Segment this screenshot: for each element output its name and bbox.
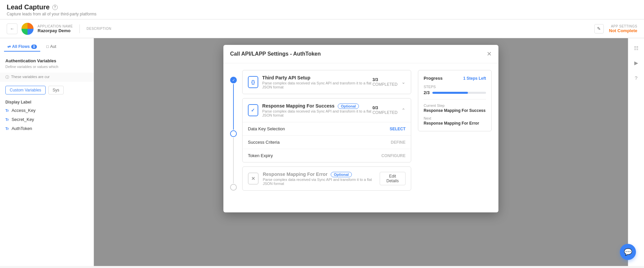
sub-step-data-key: Data Key Selection SELECT [243,122,411,136]
variable-name-auth-token: AuthToken [11,126,32,131]
sidebar-tabs: ⇌ All Flows 0 □ Aut [0,42,94,52]
app-settings: APP SETTINGS Not Complete [609,24,638,33]
app-bar: ← APPLICATION NAME Razorpay Demo DESCRIP… [0,19,644,38]
progress-bar-fill [432,92,468,94]
variable-row-auth-token[interactable]: Tr AuthToken [0,124,94,133]
variable-row-access-key[interactable]: Tr Access_Key [0,106,94,115]
step-card-1: {} Third Party API Setup Parse complex d… [242,70,411,94]
steps-left: 1 Steps Left [463,76,486,81]
progress-header: Progress 1 Steps Left [424,76,486,81]
sub-step-token-expiry: Token Expiry CONFIGURE [243,149,411,162]
step-1-left: {} Third Party API Setup Parse complex d… [248,75,372,89]
variable-name-access-key: Access_Key [11,108,36,113]
step-2-title: Response Mapping For Success Optional [262,103,373,109]
stepper-connector-1 [233,84,234,130]
sub-step-data-key-action[interactable]: SELECT [390,127,406,131]
progress-panel: Progress 1 Steps Left STEPS 2/3 Current … [418,70,492,131]
sys-button[interactable]: Sys [48,86,64,94]
variable-row-secret-key[interactable]: Tr Secret_Key [0,115,94,124]
step-3-right: Edit Details [380,172,406,185]
progress-current-value: Response Mapping For Success [424,108,486,113]
help-circle-icon[interactable]: ? [632,73,641,82]
help-icon[interactable]: ? [52,5,58,10]
doc-icon[interactable]: ☷ [632,44,641,53]
tab-aut-icon: □ [46,44,49,49]
sub-step-data-key-label: Data Key Selection [248,126,285,131]
display-label: Display Label [0,97,94,106]
step-3-icon: ✕ [248,173,259,185]
stepper-circle-3 [230,184,237,191]
step-3-left: ✕ Response Mapping For Error Optional Pa… [248,172,380,186]
description-section: DESCRIPTION [87,27,111,30]
progress-next-value: Response Mapping For Error [424,121,486,126]
back-button[interactable]: ← [7,23,17,34]
step-2-completed: 0/3 COMPLETED [372,106,398,115]
play-icon[interactable]: ▶ [632,58,641,68]
page-header: Lead Capture ? Capture leads from all of… [0,0,644,19]
step-card-3: ✕ Response Mapping For Error Optional Pa… [242,166,411,191]
app-name-label: APPLICATION NAME [38,24,73,28]
step-2-body: Data Key Selection SELECT Success Criter… [243,122,411,162]
custom-variables-button[interactable]: Custom Variables [5,86,46,94]
sidebar-buttons: Custom Variables Sys [0,83,94,97]
tab-all-flows-label: All Flows [12,44,30,49]
page-title-text: Lead Capture [7,3,50,11]
modal-body: ✓ {} [223,63,498,197]
sub-step-token-action[interactable]: CONFIGURE [381,153,406,158]
stepper-circle-2 [230,130,237,137]
sidebar-tab-aut[interactable]: □ Aut [43,42,59,52]
step-3-title: Response Mapping For Error Optional [263,172,379,177]
step-2-title-group: Response Mapping For Success Optional Pa… [262,103,373,117]
step-1-chevron-icon: ⌄ [401,79,406,85]
modal-header: Call API/LAPP Settings - AuthToken ✕ [223,45,498,63]
steps-fraction: 2/3 [424,90,430,95]
edit-app-button[interactable]: ✎ [594,24,604,34]
modal-steps: ✓ {} [230,70,411,191]
step-1-subtitle: Parse complex data received via Sync API… [262,81,373,89]
step-card-1-header[interactable]: {} Third Party API Setup Parse complex d… [243,70,411,94]
app-name-value: Razorpay Demo [38,28,73,33]
step-1-title-group: Third Party API Setup Parse complex data… [262,75,373,89]
sub-step-success-action[interactable]: DEFINE [391,140,406,145]
type-icon-secret-key: Tr [5,118,9,122]
section-subtitle: Define variables or values which [0,65,94,71]
step-card-2-header[interactable]: ✓ Response Mapping For Success Optional … [243,98,411,122]
step-card-3-header[interactable]: ✕ Response Mapping For Error Optional Pa… [243,167,411,190]
step-2-icon: ✓ [248,104,258,116]
progress-current-label: Current Step [424,104,486,108]
type-icon-access-key: Tr [5,109,9,113]
edit-details-button[interactable]: Edit Details [380,172,406,185]
step-3-title-group: Response Mapping For Error Optional Pars… [263,172,379,186]
sub-step-token-label: Token Expiry [248,153,273,158]
modal-title: Call API/LAPP Settings - AuthToken [230,51,321,57]
sidebar-tab-all-flows[interactable]: ⇌ All Flows 0 [4,42,40,52]
page-title: Lead Capture ? [7,3,637,11]
sidebar-note: ⓘ These variables are cur [0,73,94,82]
sidebar: ⇌ All Flows 0 □ Aut Authentication Varia… [0,38,94,266]
app-settings-status: Not Complete [609,28,638,33]
progress-steps-label: STEPS [424,85,486,89]
right-sidebar: ☷ ▶ ? [628,38,644,266]
step-3-optional-badge: Optional [331,172,352,177]
main-content: ⇌ All Flows 0 □ Aut Authentication Varia… [0,38,644,266]
progress-next-label: Next [424,116,486,120]
description-label: DESCRIPTION [87,27,111,30]
app-info: APPLICATION NAME Razorpay Demo [38,24,80,33]
app-settings-label: APP SETTINGS [609,24,638,28]
progress-divider [424,99,486,99]
step-2-left: ✓ Response Mapping For Success Optional … [248,103,372,117]
modal: Call API/LAPP Settings - AuthToken ✕ ✓ [223,45,498,212]
note-text: These variables are cur [11,75,50,79]
modal-close-button[interactable]: ✕ [487,50,492,58]
step-1-icon: {} [248,76,258,88]
progress-title: Progress [424,76,442,81]
steps-content: {} Third Party API Setup Parse complex d… [242,70,411,191]
stepper-connector-2 [233,138,234,183]
chat-fab[interactable]: 💬 [620,244,636,260]
variable-name-secret-key: Secret_Key [11,117,34,122]
step-3-subtitle: Parse complex data received via Sync API… [263,178,379,186]
center-area: Call API/LAPP Settings - AuthToken ✕ ✓ [94,38,628,266]
info-icon: ⓘ [5,75,9,80]
step-2-optional-badge: Optional [338,104,359,109]
all-flows-badge: 0 [31,45,37,49]
